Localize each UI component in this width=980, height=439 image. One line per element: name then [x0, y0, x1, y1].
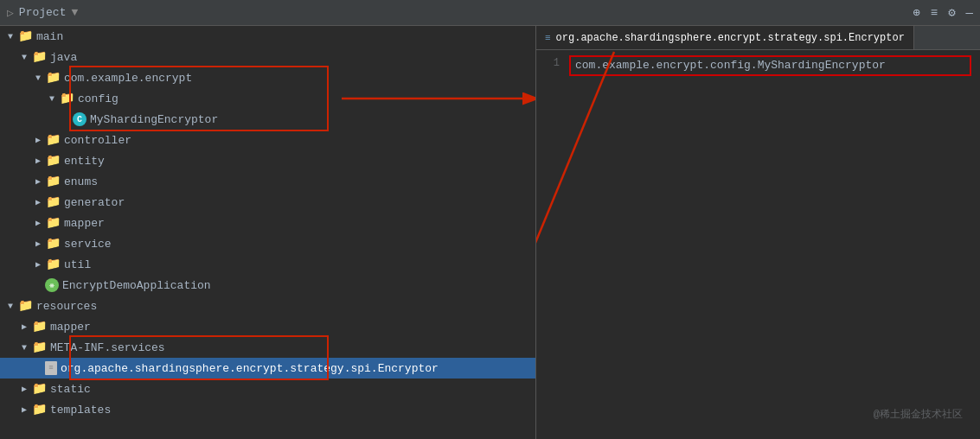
- tree-item-static[interactable]: ▶📁static: [0, 379, 535, 399]
- tree-arrow-templates[interactable]: ▶: [17, 404, 31, 415]
- tree-label-util: util: [64, 258, 91, 271]
- settings-icon[interactable]: ⚙: [948, 5, 955, 20]
- folder-icon-java: 📁: [31, 51, 47, 63]
- layout-icon[interactable]: ≡: [931, 6, 938, 20]
- tree-label-mapper2: mapper: [50, 321, 91, 334]
- project-title: Project: [19, 6, 67, 19]
- editor-arrows: [536, 26, 980, 439]
- minimize-icon[interactable]: —: [966, 6, 973, 20]
- folder-icon-mapper2: 📁: [31, 321, 47, 333]
- editor-tab-active[interactable]: ≡ org.apache.shardingsphere.encrypt.stra…: [536, 26, 914, 49]
- tree-label-enums: enums: [64, 175, 98, 188]
- tree-arrow-util[interactable]: ▶: [31, 259, 45, 270]
- tree-arrow-mapper2[interactable]: ▶: [17, 321, 31, 332]
- tree-item-resources[interactable]: ▼📁resources: [0, 296, 535, 316]
- folder-icon-mapper: 📁: [45, 217, 61, 229]
- tree-item-enums[interactable]: ▶📁enums: [0, 171, 535, 192]
- tree-item-com.example.encrypt[interactable]: ▼📁com.example.encrypt: [0, 67, 535, 88]
- main-content: ▼📁main▼📁java▼📁com.example.encrypt▼📁confi…: [0, 26, 980, 439]
- tree-item-main[interactable]: ▼📁main: [0, 26, 535, 47]
- tree-arrow-entity[interactable]: ▶: [31, 156, 45, 166]
- tree-item-controller[interactable]: ▶📁controller: [0, 130, 535, 150]
- tree-label-org.apache.shardingsphere.encrypt.strategy.spi.Encryptor: org.apache.shardingsphere.encrypt.strate…: [61, 362, 439, 375]
- folder-icon-com.example.encrypt: 📁: [45, 72, 61, 84]
- tree-arrow-config[interactable]: ▼: [45, 94, 59, 104]
- left-panel: ▼📁main▼📁java▼📁com.example.encrypt▼📁confi…: [0, 26, 536, 439]
- editor-content: 1 com.example.encrypt.config.MyShardingE…: [536, 50, 980, 81]
- tree-label-static: static: [50, 383, 91, 396]
- editor-tabs: ≡ org.apache.shardingsphere.encrypt.stra…: [536, 26, 980, 50]
- tree-arrow-enums[interactable]: ▶: [31, 176, 45, 187]
- line-number-1: 1: [536, 57, 567, 69]
- tree-label-java: java: [50, 51, 77, 64]
- folder-icon-resources: 📁: [17, 300, 33, 312]
- tree-label-EncryptDemoApplication: EncryptDemoApplication: [62, 279, 211, 292]
- folder-icon-entity: 📁: [45, 155, 61, 167]
- tree-item-MyShardingEncryptor[interactable]: CMyShardingEncryptor: [0, 109, 535, 130]
- tree-label-mapper: mapper: [64, 217, 105, 230]
- folder-icon-META-INF.services: 📁: [31, 341, 47, 353]
- target-icon[interactable]: ⊕: [913, 5, 919, 20]
- folder-icon-util: 📁: [45, 258, 61, 270]
- tree-arrow-mapper[interactable]: ▶: [31, 218, 45, 228]
- project-icon: ▷: [7, 6, 14, 20]
- tree-label-config: config: [78, 92, 118, 105]
- tree-label-templates: templates: [50, 404, 111, 417]
- tree-item-templates[interactable]: ▶📁templates: [0, 399, 535, 420]
- tree-label-service: service: [64, 238, 112, 251]
- tree-label-entity: entity: [64, 155, 105, 168]
- tree-item-generator[interactable]: ▶📁generator: [0, 192, 535, 213]
- code-line-1: com.example.encrypt.config.MyShardingEnc…: [536, 57, 980, 74]
- svg-line-4: [536, 52, 614, 346]
- tree-item-config[interactable]: ▼📁config: [0, 88, 535, 109]
- tree-arrow-java[interactable]: ▼: [17, 53, 31, 62]
- tree-arrow-main[interactable]: ▼: [3, 32, 17, 41]
- file-icon-org.apache.shardingsphere.encrypt.strategy.spi.Encryptor: ≡: [45, 361, 57, 375]
- class-icon-MyShardingEncryptor: C: [73, 112, 86, 126]
- tab-file-name: org.apache.shardingsphere.encrypt.strate…: [556, 32, 905, 44]
- folder-icon-service: 📁: [45, 238, 61, 250]
- folder-icon-static: 📁: [31, 383, 47, 395]
- folder-icon-generator: 📁: [45, 196, 61, 208]
- folder-icon-controller: 📁: [45, 134, 61, 146]
- tree-item-mapper[interactable]: ▶📁mapper: [0, 213, 535, 233]
- right-panel: ≡ org.apache.shardingsphere.encrypt.stra…: [536, 26, 980, 439]
- title-bar-icons: ⊕ ≡ ⚙ —: [913, 5, 973, 20]
- tree-container: ▼📁main▼📁java▼📁com.example.encrypt▼📁confi…: [0, 26, 535, 420]
- tree-arrow-service[interactable]: ▶: [31, 239, 45, 249]
- tree-label-META-INF.services: META-INF.services: [50, 341, 165, 354]
- tree-label-resources: resources: [36, 300, 97, 313]
- tree-label-main: main: [36, 30, 63, 43]
- tree-arrow-META-INF.services[interactable]: ▼: [17, 343, 31, 353]
- tree-item-java[interactable]: ▼📁java: [0, 47, 535, 67]
- tree-item-util[interactable]: ▶📁util: [0, 254, 535, 275]
- tree-label-generator: generator: [64, 196, 125, 209]
- spring-icon-EncryptDemoApplication: ❋: [45, 278, 59, 292]
- file-tab-icon: ≡: [545, 33, 551, 43]
- tree-label-com.example.encrypt: com.example.encrypt: [64, 72, 192, 85]
- tree-arrow-generator[interactable]: ▶: [31, 197, 45, 207]
- folder-icon-config: 📁: [59, 92, 74, 105]
- folder-icon-templates: 📁: [31, 404, 47, 416]
- tree-arrow-com.example.encrypt[interactable]: ▼: [31, 73, 45, 83]
- tree-arrow-controller[interactable]: ▶: [31, 135, 45, 145]
- tree-arrow-resources[interactable]: ▼: [3, 302, 17, 311]
- title-bar: ▷ Project ▼ ⊕ ≡ ⚙ —: [0, 0, 980, 26]
- tree-item-service[interactable]: ▶📁service: [0, 233, 535, 254]
- title-bar-left: ▷ Project ▼: [7, 6, 78, 20]
- tree-arrow-static[interactable]: ▶: [17, 384, 31, 394]
- tree-item-org.apache.shardingsphere.encrypt.strategy.spi.Encryptor[interactable]: ≡org.apache.shardingsphere.encrypt.strat…: [0, 358, 535, 379]
- folder-icon-main: 📁: [17, 30, 33, 42]
- tree-item-entity[interactable]: ▶📁entity: [0, 150, 535, 171]
- tree-item-EncryptDemoApplication[interactable]: ❋EncryptDemoApplication: [0, 275, 535, 296]
- tree-item-META-INF.services[interactable]: ▼📁META-INF.services: [0, 337, 535, 358]
- tree-item-mapper2[interactable]: ▶📁mapper: [0, 316, 535, 337]
- folder-icon-enums: 📁: [45, 175, 61, 188]
- dropdown-arrow[interactable]: ▼: [71, 6, 78, 19]
- tree-label-controller: controller: [64, 134, 131, 147]
- tree-label-MyShardingEncryptor: MyShardingEncryptor: [90, 113, 218, 126]
- watermark: @稀土掘金技术社区: [874, 407, 963, 422]
